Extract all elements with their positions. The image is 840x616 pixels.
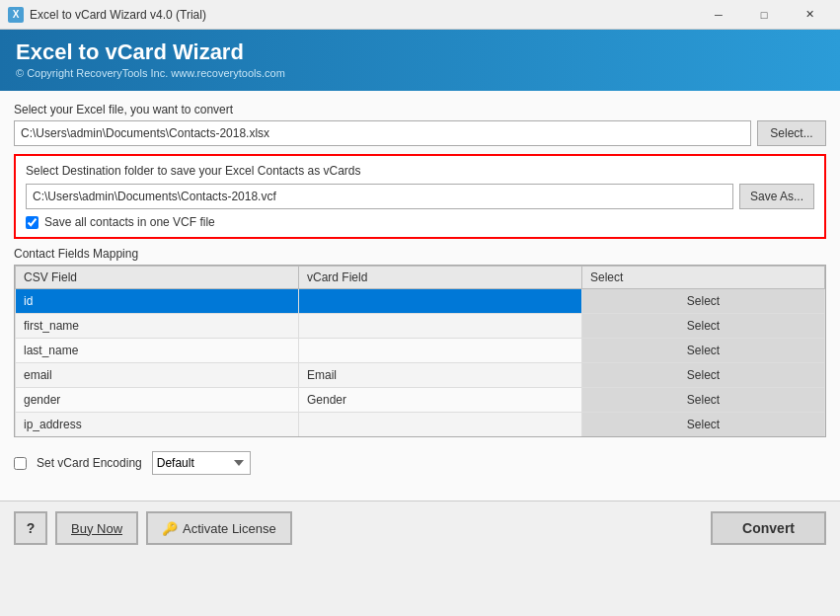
table-row: PhoneBusiness PhoneSelect: [16, 437, 825, 438]
vcard-field-cell: [299, 314, 582, 339]
app-header: Excel to vCard Wizard © Copyright Recove…: [0, 30, 840, 91]
destination-path-input[interactable]: [26, 184, 733, 209]
csv-field-cell: ip_address: [16, 413, 299, 437]
table-header-row: CSV Field vCard Field Select: [16, 267, 825, 289]
vcard-field-cell: Gender: [299, 388, 582, 413]
select-cell: Select: [582, 289, 825, 314]
csv-field-cell: id: [16, 289, 299, 314]
select-cell: Select: [582, 339, 825, 363]
select-button[interactable]: Select: [590, 292, 816, 310]
activate-label: Activate License: [183, 521, 276, 536]
select-button[interactable]: Select: [590, 342, 816, 359]
activate-license-button[interactable]: 🔑 Activate License: [146, 511, 292, 545]
window-title: Excel to vCard Wizard v4.0 (Trial): [30, 8, 206, 22]
vcard-field-cell: [299, 289, 582, 314]
save-all-checkbox[interactable]: [26, 216, 38, 229]
buy-now-button[interactable]: Buy Now: [55, 511, 138, 545]
table-row: first_nameSelect: [16, 314, 825, 339]
vcard-field-cell: Business Phone: [299, 437, 582, 438]
title-bar: X Excel to vCard Wizard v4.0 (Trial) ─ □…: [0, 0, 840, 30]
window-controls: ─ □ ✕: [696, 0, 832, 30]
csv-field-cell: Phone: [16, 437, 299, 438]
select-cell: Select: [582, 314, 825, 339]
vcard-field-cell: [299, 413, 582, 437]
select-cell: Select: [582, 413, 825, 437]
select-button[interactable]: Select: [590, 366, 816, 384]
close-button[interactable]: ✕: [787, 0, 832, 30]
maximize-button[interactable]: □: [741, 0, 787, 30]
destination-section: Select Destination folder to save your E…: [14, 154, 826, 239]
save-all-checkbox-row: Save all contacts in one VCF file: [26, 215, 814, 229]
destination-input-row: Save As...: [26, 184, 814, 209]
select-cell: Select: [582, 437, 825, 438]
col-csv-field: CSV Field: [16, 267, 299, 289]
copyright-text: © Copyright RecoveryTools Inc. www.recov…: [16, 67, 824, 79]
file-input-row: Select...: [14, 120, 826, 146]
csv-field-cell: first_name: [16, 314, 299, 339]
vcard-field-cell: Email: [299, 363, 582, 388]
key-icon: 🔑: [162, 521, 178, 536]
save-as-button[interactable]: Save As...: [739, 184, 814, 209]
table-row: ip_addressSelect: [16, 413, 825, 437]
app-title: Excel to vCard Wizard: [16, 39, 824, 65]
csv-field-cell: email: [16, 363, 299, 388]
destination-label: Select Destination folder to save your E…: [26, 164, 814, 178]
convert-button[interactable]: Convert: [711, 511, 826, 545]
encoding-label[interactable]: Set vCard Encoding: [37, 456, 142, 470]
file-select-button[interactable]: Select...: [757, 120, 826, 146]
mapping-section: Contact Fields Mapping CSV Field vCard F…: [14, 247, 826, 437]
select-cell: Select: [582, 388, 825, 413]
help-button[interactable]: ?: [14, 511, 47, 545]
mapping-title: Contact Fields Mapping: [14, 247, 826, 261]
col-vcard-field: vCard Field: [299, 267, 582, 289]
file-path-input[interactable]: [14, 120, 751, 146]
csv-field-cell: gender: [16, 388, 299, 413]
mapping-table-container[interactable]: CSV Field vCard Field Select idSelectfir…: [14, 265, 826, 437]
csv-field-cell: last_name: [16, 339, 299, 363]
mapping-table: CSV Field vCard Field Select idSelectfir…: [15, 266, 825, 437]
table-row: last_nameSelect: [16, 339, 825, 363]
table-row: emailEmailSelect: [16, 363, 825, 388]
select-button[interactable]: Select: [590, 391, 816, 409]
table-row: genderGenderSelect: [16, 388, 825, 413]
encoding-select[interactable]: Default UTF-8 UTF-16 ISO-8859-1: [152, 451, 251, 475]
table-row: idSelect: [16, 289, 825, 314]
save-all-label[interactable]: Save all contacts in one VCF file: [44, 215, 215, 229]
file-section-label: Select your Excel file, you want to conv…: [14, 103, 826, 116]
vcard-field-cell: [299, 339, 582, 363]
col-select: Select: [582, 267, 825, 289]
encoding-checkbox[interactable]: [14, 457, 27, 470]
main-content: Select your Excel file, you want to conv…: [0, 91, 840, 500]
minimize-button[interactable]: ─: [696, 0, 741, 30]
file-section: Select your Excel file, you want to conv…: [14, 103, 826, 146]
app-icon: X: [8, 7, 24, 23]
select-button[interactable]: Select: [590, 416, 816, 433]
select-cell: Select: [582, 363, 825, 388]
encoding-row: Set vCard Encoding Default UTF-8 UTF-16 …: [14, 445, 826, 481]
footer-left: ? Buy Now 🔑 Activate License: [14, 511, 292, 545]
select-button[interactable]: Select: [590, 317, 816, 335]
footer: ? Buy Now 🔑 Activate License Convert: [0, 500, 840, 555]
